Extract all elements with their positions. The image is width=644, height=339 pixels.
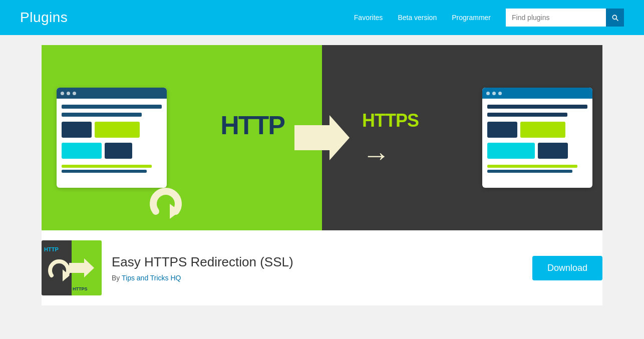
banner-center: [289, 45, 355, 230]
search-wrapper: [506, 9, 624, 27]
browser-titlebar-right: [482, 88, 592, 99]
svg-marker-1: [294, 115, 350, 160]
search-icon: [611, 14, 619, 22]
nav-programmer[interactable]: Programmer: [452, 14, 491, 22]
browser-dot: [61, 92, 64, 95]
redirect-icon: [141, 176, 191, 221]
browser-bar: [487, 113, 567, 117]
browser-bar: [487, 170, 572, 173]
browser-bar: [487, 105, 587, 109]
author-link[interactable]: Tips and Tricks HQ: [122, 274, 181, 282]
browser-bar: [487, 165, 577, 168]
browser-bar: [62, 113, 142, 117]
browser-block: [62, 122, 92, 138]
browser-row: [487, 122, 587, 138]
plugin-icon: HTTP HTTPS: [42, 240, 102, 295]
browser-bar: [62, 105, 162, 109]
svg-text:HTTPS: HTTPS: [73, 286, 88, 291]
browser-block: [487, 122, 517, 138]
nav-beta[interactable]: Beta version: [398, 14, 437, 22]
nav-favorites[interactable]: Favorites: [354, 14, 383, 22]
browser-bar: [62, 170, 147, 173]
browser-dot: [498, 92, 502, 95]
browser-block: [520, 122, 565, 138]
banner-arrow: →: [362, 141, 390, 169]
browser-block: [538, 143, 568, 159]
main-content: HTTP HTTPS →: [22, 35, 622, 325]
browser-row: [62, 143, 162, 159]
browser-block: [487, 143, 535, 159]
download-button[interactable]: Download: [532, 256, 602, 280]
plugin-author: By Tips and Tricks HQ: [112, 274, 522, 282]
plugin-icon-svg: HTTP HTTPS: [42, 240, 102, 295]
http-label: HTTP: [220, 110, 284, 140]
header: Plugins Favorites Beta version Programme…: [0, 0, 644, 35]
browser-block: [95, 122, 140, 138]
search-input[interactable]: [506, 9, 606, 27]
browser-bar: [62, 165, 152, 168]
browser-row: [487, 143, 587, 159]
browser-dot: [73, 92, 76, 95]
browser-titlebar-left: [57, 88, 167, 99]
browser-body-left: [57, 99, 167, 179]
plugin-title: Easy HTTPS Redirection (SSL): [112, 254, 522, 270]
plugin-text: Easy HTTPS Redirection (SSL) By Tips and…: [112, 254, 522, 282]
banner-left: HTTP: [42, 45, 289, 230]
site-title: Plugins: [20, 10, 68, 26]
browser-dot: [486, 92, 490, 95]
browser-mockup-left: [57, 88, 167, 188]
banner-right: HTTPS →: [355, 45, 602, 230]
browser-block: [62, 143, 102, 159]
plugin-banner: HTTP HTTPS →: [42, 45, 602, 230]
browser-row: [62, 122, 162, 138]
browser-dot: [67, 92, 70, 95]
browser-block: [105, 143, 132, 159]
author-prefix: By: [112, 274, 122, 282]
svg-text:HTTP: HTTP: [44, 246, 59, 252]
plugin-info: HTTP HTTPS Easy HTTPS Redirection (SSL) …: [42, 230, 602, 305]
browser-body-right: [482, 99, 592, 179]
browser-mockup-right: [482, 88, 592, 188]
search-button[interactable]: [606, 9, 624, 27]
main-nav: Favorites Beta version Programmer: [354, 9, 624, 27]
browser-dot: [492, 92, 496, 95]
arrow-icon: [294, 115, 350, 160]
https-label: HTTPS: [362, 110, 419, 131]
